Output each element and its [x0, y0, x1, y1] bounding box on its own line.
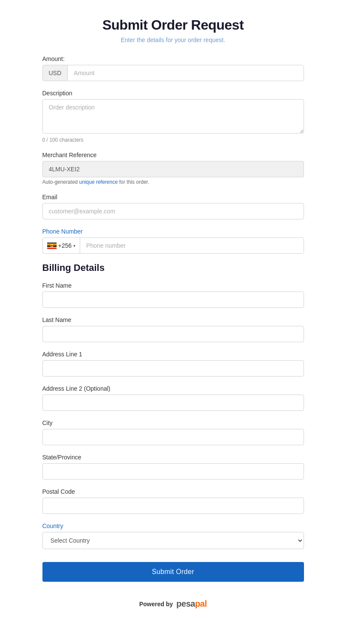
first-name-label: First Name	[42, 282, 304, 289]
postal-label: Postal Code	[42, 488, 304, 495]
email-group: Email	[42, 194, 304, 219]
country-select[interactable]: Select Country Uganda Kenya Tanzania Uni…	[42, 532, 304, 549]
unique-ref-link[interactable]: unique reference	[79, 179, 118, 185]
billing-details-title: Billing Details	[42, 262, 304, 273]
postal-group: Postal Code	[42, 488, 304, 514]
brand-pal: pal	[195, 599, 207, 608]
address1-input[interactable]	[42, 360, 304, 377]
phone-label: Phone Number	[42, 228, 304, 235]
brand-pesa: pesa	[176, 599, 195, 608]
amount-label: Amount:	[42, 55, 304, 62]
footer: Powered by pesapal	[42, 599, 304, 609]
state-input[interactable]	[42, 463, 304, 480]
amount-currency: USD	[43, 65, 68, 81]
phone-input[interactable]	[80, 238, 303, 253]
address1-group: Address Line 1	[42, 351, 304, 377]
phone-group: Phone Number +256 ▾	[42, 228, 304, 254]
address1-label: Address Line 1	[42, 351, 304, 358]
merchant-ref-label: Merchant Reference	[42, 152, 304, 158]
amount-input[interactable]	[68, 65, 303, 81]
amount-input-wrapper: USD	[42, 65, 304, 81]
amount-group: Amount: USD	[42, 55, 304, 81]
phone-country-selector[interactable]: +256 ▾	[43, 238, 81, 253]
phone-country-code: +256	[58, 242, 72, 249]
description-group: Description 0 / 100 characters	[42, 90, 304, 143]
last-name-input[interactable]	[42, 326, 304, 342]
merchant-ref-helper: Auto-generated unique reference for this…	[42, 179, 304, 185]
page-subtitle: Enter the details for your order request…	[42, 36, 304, 43]
submit-order-button[interactable]: Submit Order	[42, 562, 304, 582]
merchant-ref-group: Merchant Reference Auto-generated unique…	[42, 152, 304, 185]
brand-logo: pesapal	[176, 599, 207, 609]
description-textarea[interactable]	[42, 99, 304, 134]
svg-rect-5	[47, 248, 57, 249]
phone-input-wrapper: +256 ▾	[42, 237, 304, 254]
email-input[interactable]	[42, 203, 304, 219]
last-name-label: Last Name	[42, 316, 304, 323]
first-name-group: First Name	[42, 282, 304, 308]
city-group: City	[42, 419, 304, 445]
country-label: Country	[42, 522, 304, 529]
address2-group: Address Line 2 (Optional)	[42, 385, 304, 411]
description-label: Description	[42, 90, 304, 97]
postal-input[interactable]	[42, 498, 304, 514]
city-input[interactable]	[42, 429, 304, 445]
powered-by-text: Powered by	[139, 601, 173, 608]
phone-chevron-icon: ▾	[73, 243, 75, 248]
city-label: City	[42, 419, 304, 426]
last-name-group: Last Name	[42, 316, 304, 342]
page-title: Submit Order Request	[42, 17, 304, 33]
state-label: State/Province	[42, 454, 304, 461]
svg-rect-0	[47, 243, 57, 244]
uganda-flag-icon	[47, 243, 57, 249]
char-count: 0 / 100 characters	[42, 137, 304, 143]
merchant-ref-input	[42, 161, 304, 177]
state-group: State/Province	[42, 454, 304, 480]
first-name-input[interactable]	[42, 292, 304, 308]
address2-label: Address Line 2 (Optional)	[42, 385, 304, 392]
email-label: Email	[42, 194, 304, 200]
address2-input[interactable]	[42, 395, 304, 411]
country-group: Country Select Country Uganda Kenya Tanz…	[42, 522, 304, 549]
svg-point-7	[51, 245, 52, 246]
